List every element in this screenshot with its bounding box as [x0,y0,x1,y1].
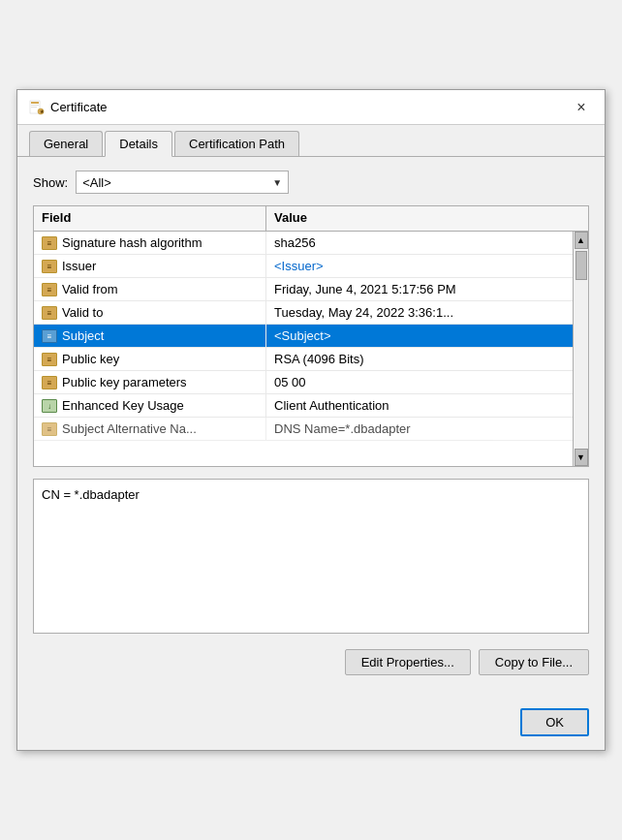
table-row[interactable]: ≡ Public key RSA (4096 Bits) [34,348,573,371]
field-cell: ≡ Subject Alternative Na... [34,418,266,440]
table-row[interactable]: ≡ Public key parameters 05 00 [34,371,573,394]
field-cell: ≡ Valid to [34,301,266,324]
table-row[interactable]: ≡ Signature hash algorithm sha256 [34,232,573,255]
button-row: Edit Properties... Copy to File... [33,649,589,675]
show-dropdown[interactable]: <All> Version 1 Fields Only Extensions O… [76,171,289,194]
ok-button[interactable]: OK [520,708,589,736]
table-row[interactable]: ↓ Enhanced Key Usage Client Authenticati… [34,394,573,418]
svg-rect-1 [31,102,39,104]
copy-to-file-button[interactable]: Copy to File... [479,649,589,675]
tab-bar: General Details Certification Path [17,125,605,157]
detail-box: CN = *.dbadapter [33,479,589,634]
close-button[interactable]: × [570,96,593,119]
row-icon: ≡ [42,283,57,296]
value-cell: <Subject> [266,325,573,347]
tab-general[interactable]: General [29,131,103,156]
detail-text: CN = *.dbadapter [42,487,140,502]
scroll-track[interactable] [575,249,587,449]
value-cell: Friday, June 4, 2021 5:17:56 PM [266,278,573,300]
field-cell: ≡ Subject [34,325,266,347]
field-cell: ≡ Public key parameters [34,371,266,393]
value-cell: 05 00 [266,371,573,393]
table-row-selected[interactable]: ≡ Subject <Subject> [34,325,573,348]
table-header: Field Value [34,206,588,232]
field-cell: ≡ Public key [34,348,266,370]
table-row[interactable]: ≡ Valid to Tuesday, May 24, 2022 3:36:1.… [34,301,573,325]
scrollbar[interactable]: ▲ ▼ [573,232,588,466]
ok-row: OK [17,700,605,750]
show-label: Show: [33,175,68,190]
table-row[interactable]: ≡ Issuer <Issuer> [34,255,573,278]
col-header-field: Field [34,206,266,231]
value-cell: Tuesday, May 24, 2022 3:36:1... [266,301,573,324]
show-row: Show: <All> Version 1 Fields Only Extens… [33,171,589,194]
scroll-thumb[interactable] [575,251,587,280]
table-row[interactable]: ≡ Valid from Friday, June 4, 2021 5:17:5… [34,278,573,301]
content-area: Show: <All> Version 1 Fields Only Extens… [17,157,605,700]
scroll-area[interactable]: ≡ Signature hash algorithm sha256 ≡ Issu… [34,232,573,466]
value-cell: RSA (4096 Bits) [266,348,573,370]
row-icon: ≡ [42,260,57,273]
row-icon: ≡ [42,329,57,343]
scroll-wrapper: ≡ Signature hash algorithm sha256 ≡ Issu… [34,232,588,466]
svg-rect-2 [31,105,39,106]
row-icon: ≡ [42,422,57,436]
field-table: Field Value ≡ Signature hash algorithm s… [33,205,589,467]
value-cell: Client Authentication [266,394,573,417]
col-header-value: Value [266,206,588,231]
tab-details[interactable]: Details [105,131,172,157]
value-cell: sha256 [266,232,573,254]
row-icon: ≡ [42,306,57,320]
field-cell: ≡ Valid from [34,278,266,300]
edit-properties-button[interactable]: Edit Properties... [345,649,471,675]
show-select[interactable]: <All> Version 1 Fields Only Extensions O… [82,175,282,190]
value-cell: DNS Name=*.dbadapter [266,418,573,440]
scroll-up-button[interactable]: ▲ [575,232,588,249]
field-cell: ↓ Enhanced Key Usage [34,394,266,417]
row-icon-enhanced: ↓ [42,399,57,413]
table-row[interactable]: ≡ Subject Alternative Na... DNS Name=*.d… [34,418,573,441]
row-icon: ≡ [42,236,57,250]
svg-rect-3 [31,107,37,108]
dialog-title: Certificate [50,100,108,114]
tab-certification-path[interactable]: Certification Path [174,131,299,156]
value-cell: <Issuer> [266,255,573,277]
scroll-down-button[interactable]: ▼ [575,449,588,466]
title-bar-left: ★ Certificate [29,100,108,115]
field-cell: ≡ Issuer [34,255,266,277]
row-icon: ≡ [42,353,57,366]
certificate-icon: ★ [29,100,45,115]
title-bar: ★ Certificate × [17,90,605,125]
row-icon: ≡ [42,376,57,389]
certificate-dialog: ★ Certificate × General Details Certific… [16,89,606,751]
field-cell: ≡ Signature hash algorithm [34,232,266,254]
